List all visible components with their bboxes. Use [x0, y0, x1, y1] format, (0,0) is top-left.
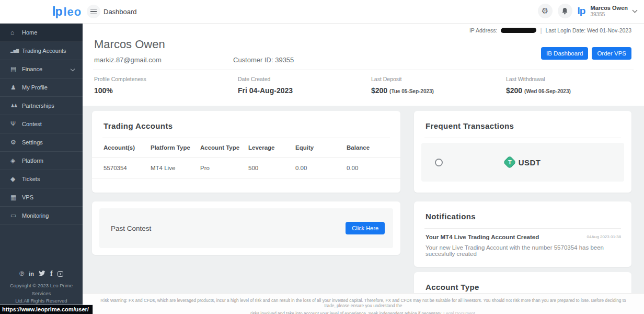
click-here-button[interactable]: Click Here — [346, 222, 385, 234]
cell-leverage: 500 — [248, 165, 295, 171]
stat-last-deposit: Last Deposit $200 (Tue 05-Sep-2023) — [371, 76, 506, 95]
chevron-down-icon[interactable] — [632, 8, 638, 13]
notifications-bell-icon[interactable] — [558, 4, 572, 18]
top-header: lp leo Dashboard ⚙ lp Marcos Owen 39355 — [0, 0, 644, 24]
profile-stats: Profile Completeness 100% Date Created F… — [94, 76, 631, 95]
ticket-icon: ◆ — [10, 175, 22, 183]
column-header: Account(s) — [104, 144, 151, 151]
sidebar-item-label: Home — [22, 29, 37, 36]
usdt-option[interactable]: T USDT — [421, 158, 624, 167]
settings-icon[interactable]: ⚙ — [538, 4, 553, 18]
profile-name: Marcos Owen — [94, 38, 165, 51]
wallet-icon: ▤ — [10, 65, 22, 73]
ip-address-redacted — [501, 28, 537, 33]
sidebar-item-label: Tickets — [22, 176, 40, 182]
trading-accounts-title: Trading Accounts — [92, 111, 400, 138]
trading-accounts-header-row: Account(s) Platform Type Account Type Le… — [92, 138, 400, 158]
brand-logo[interactable]: lp leo — [52, 5, 82, 19]
linkedin-icon[interactable]: in — [29, 271, 34, 277]
risk-warning-line2: risks involved and take into account you… — [83, 311, 644, 314]
notifications-card: Notifications Your MT4 Live Trading Acco… — [414, 201, 631, 267]
people-icon: ♟♟ — [10, 103, 22, 108]
trading-accounts-card: Trading Accounts Account(s) Platform Typ… — [92, 111, 400, 193]
sidebar-item-settings[interactable]: ⚙ Settings — [0, 133, 83, 152]
frequent-transactions-card: Frequent Transactions T USDT — [414, 111, 631, 193]
user-id: 39355 — [590, 12, 628, 17]
cell-platform-type: MT4 Live — [151, 165, 200, 171]
sidebar-item-vps[interactable]: ▦ VPS — [0, 188, 83, 207]
order-vps-button[interactable]: Order VPS — [592, 47, 631, 60]
chevron-down-icon — [71, 67, 75, 71]
bar-chart-icon: ▂▅▇ — [10, 49, 22, 53]
notification-timestamp: 04Aug 2023 01:38 — [587, 234, 621, 239]
table-row[interactable]: 5570354 MT4 Live Pro 500 0.00 0.00 — [92, 158, 400, 178]
notification-body: Your new Live Trading Account with the n… — [426, 244, 621, 257]
sidebar-item-monitoring[interactable]: ▭ Monitoring — [0, 207, 83, 225]
sidebar-item-label: Platform — [22, 158, 43, 164]
past-contest-title: Past Contest — [111, 225, 151, 232]
layers-icon: ◈ — [10, 157, 22, 164]
home-icon: ⌂ — [10, 29, 22, 36]
profile-summary-band: IP Address: | Last Login Date: Wed 01-No… — [83, 24, 644, 106]
cell-account: 5570354 — [104, 165, 151, 171]
usdt-option-panel: T USDT — [421, 143, 624, 182]
status-bar-url: https://www.leoprime.com/user/ — [0, 305, 93, 314]
past-contest-panel: Past Contest Click Here — [99, 208, 393, 248]
sidebar-item-finance[interactable]: ▤ Finance — [0, 60, 83, 78]
risk-warning-line1: Risk Warning: FX and CFDs, which are lev… — [83, 298, 644, 308]
divider — [93, 70, 634, 70]
brand-logo-text: leo — [63, 5, 82, 19]
page-title: Dashboard — [104, 8, 137, 16]
menu-toggle-icon[interactable] — [87, 5, 100, 18]
column-header: Platform Type — [151, 144, 200, 151]
sidebar-item-label: Settings — [22, 139, 43, 145]
usdt-label: USDT — [519, 158, 540, 167]
instagram-icon[interactable] — [58, 271, 63, 277]
bell-icon — [561, 7, 568, 15]
notification-item-title: Your MT4 Live Trading Account Created — [426, 234, 539, 240]
sidebar-item-label: VPS — [22, 194, 33, 200]
pinterest-icon[interactable]: ℗ — [19, 271, 24, 277]
column-header: Account Type — [200, 144, 248, 151]
notifications-title: Notifications — [414, 201, 631, 228]
ip-address-label: IP Address: — [469, 27, 498, 33]
sidebar-footer: ℗ in f Copyright © 2023 Leo Prime Servic… — [0, 270, 83, 305]
column-header: Balance — [347, 144, 389, 151]
avatar[interactable]: lp — [578, 5, 585, 17]
sidebar-item-trading-accounts[interactable]: ▂▅▇ Trading Accounts — [0, 42, 83, 60]
trophy-icon: Ψ — [10, 120, 22, 128]
header-actions: ⚙ lp Marcos Owen 39355 — [538, 4, 637, 18]
copyright-text: Copyright © 2023 Leo Prime Services Ltd.… — [0, 282, 83, 305]
gear-icon: ⚙ — [10, 139, 22, 146]
sidebar-item-label: Partnerships — [22, 103, 54, 109]
divider — [424, 138, 621, 138]
frequent-transactions-title: Frequent Transactions — [414, 111, 631, 138]
tether-icon: T — [503, 155, 516, 169]
cell-balance: 0.00 — [347, 165, 389, 171]
column-header: Equity — [295, 144, 347, 151]
sidebar-item-platform[interactable]: ◈ Platform — [0, 152, 83, 170]
sidebar-item-label: Monitoring — [22, 212, 49, 219]
twitter-icon[interactable] — [39, 271, 45, 277]
main-content: IP Address: | Last Login Date: Wed 01-No… — [83, 24, 644, 314]
sidebar-item-tickets[interactable]: ◆ Tickets — [0, 170, 83, 188]
server-icon: ▦ — [10, 194, 22, 201]
stat-last-withdrawal: Last Withdrawal $200 (Wed 06-Sep-2023) — [506, 76, 631, 95]
session-meta: IP Address: | Last Login Date: Wed 01-No… — [469, 27, 631, 34]
facebook-icon[interactable]: f — [50, 270, 53, 277]
past-contest-card: Past Contest Click Here — [92, 201, 400, 255]
sidebar-item-label: Finance — [22, 66, 42, 72]
sidebar-item-my-profile[interactable]: ♟ My Profile — [0, 78, 83, 97]
sidebar-item-label: Contest — [22, 121, 42, 127]
cell-account-type: Pro — [200, 165, 248, 171]
user-menu[interactable]: Marcos Owen 39355 — [590, 5, 628, 17]
sidebar-item-contest[interactable]: Ψ Contest — [0, 115, 83, 133]
divider — [424, 228, 621, 229]
sidebar-item-partnerships[interactable]: ♟♟ Partnerships — [0, 97, 83, 115]
sidebar: ⌂ Home ▂▅▇ Trading Accounts ▤ Finance ♟ … — [0, 24, 83, 314]
sidebar-item-home[interactable]: ⌂ Home — [0, 24, 83, 42]
meta-divider: | — [540, 27, 542, 34]
monitor-icon: ▭ — [10, 212, 22, 219]
ib-dashboard-button[interactable]: IB Dashboard — [541, 47, 588, 60]
legal-document-link[interactable]: Legal Document. — [443, 311, 476, 314]
